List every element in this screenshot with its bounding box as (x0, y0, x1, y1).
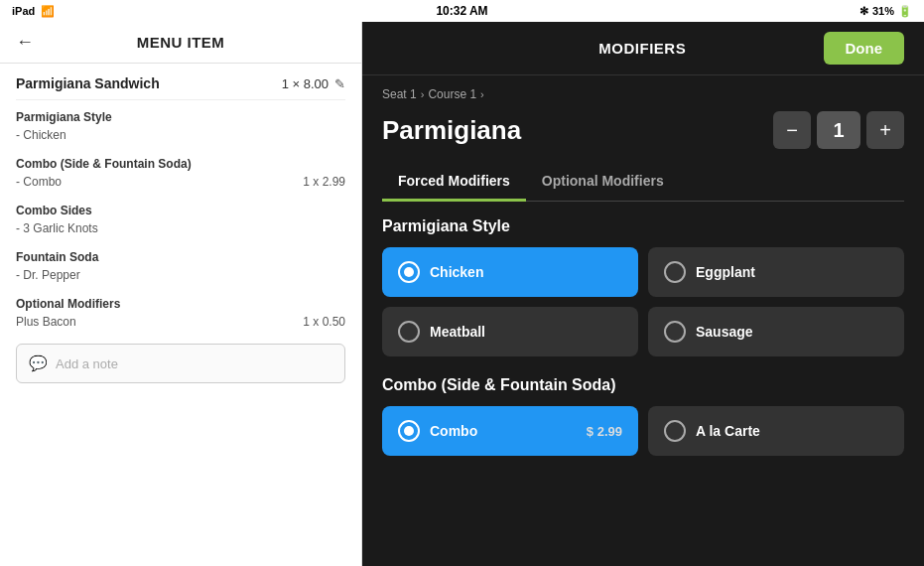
option-eggplant-label: Eggplant (696, 264, 888, 280)
breadcrumb-sep1: › (421, 88, 425, 100)
tab-forced-modifiers[interactable]: Forced Modifiers (382, 165, 526, 202)
modifier-section-title-style: Parmigiana Style (382, 217, 904, 235)
left-panel-header: ← MENU ITEM (0, 22, 361, 64)
order-item-price: 1 × 8.00 ✎ (282, 76, 345, 91)
right-panel: MODIFIERS Done Seat 1 › Course 1 › Parmi… (362, 22, 924, 566)
status-bar: iPad 📶 10:32 AM ✻ 31% 🔋 (0, 0, 924, 22)
note-placeholder: Add a note (56, 356, 118, 371)
modifier-group-label: Combo (Side & Fountain Soda) (16, 157, 345, 171)
modifier-section-combo: Combo (Side & Fountain Soda) Combo $ 2.9… (382, 376, 904, 456)
battery-label: 31% (872, 5, 894, 17)
status-bar-time: 10:32 AM (436, 4, 487, 18)
breadcrumb-seat[interactable]: Seat 1 (382, 87, 417, 101)
option-sausage-label: Sausage (696, 324, 888, 340)
option-alacarte[interactable]: A la Carte (648, 406, 904, 456)
breadcrumb-course[interactable]: Course 1 (428, 87, 476, 101)
edit-icon[interactable]: ✎ (334, 76, 345, 91)
right-panel-header: MODIFIERS Done (362, 22, 924, 75)
modifier-item: - Dr. Pepper (16, 267, 345, 283)
option-meatball[interactable]: Meatball (382, 307, 638, 356)
modifier-group-sides: Combo Sides - 3 Garlic Knots (16, 204, 345, 236)
option-meatball-label: Meatball (430, 324, 622, 340)
modifier-group-label: Fountain Soda (16, 250, 345, 264)
right-panel-content: Seat 1 › Course 1 › Parmigiana − 1 + For… (362, 75, 924, 566)
style-options-grid: Chicken Eggplant Meatball Sausage (382, 247, 904, 356)
left-panel-title: MENU ITEM (137, 34, 225, 51)
item-title: Parmigiana (382, 115, 521, 146)
radio-combo (398, 420, 420, 442)
qty-value: 1 (817, 111, 860, 149)
breadcrumb-sep2: › (480, 88, 484, 100)
modifier-group-label: Parmigiana Style (16, 110, 345, 124)
option-combo-price: $ 2.99 (587, 424, 622, 439)
wifi-icon: 📶 (41, 5, 55, 18)
modifier-section-title-combo: Combo (Side & Fountain Soda) (382, 376, 904, 394)
modifier-section-style: Parmigiana Style Chicken Eggplant Meatba… (382, 217, 904, 356)
device-label: iPad (12, 5, 35, 17)
radio-alacarte (664, 420, 686, 442)
order-item-header: Parmigiana Sandwich 1 × 8.00 ✎ (16, 75, 345, 100)
option-sausage[interactable]: Sausage (648, 307, 904, 356)
order-item-name: Parmigiana Sandwich (16, 75, 160, 91)
modifier-item: - Combo 1 x 2.99 (16, 174, 345, 190)
modifier-item: - Chicken (16, 127, 345, 143)
done-button[interactable]: Done (824, 32, 905, 65)
modifier-group-optional: Optional Modifiers Plus Bacon 1 x 0.50 (16, 297, 345, 330)
qty-increase-button[interactable]: + (866, 111, 904, 149)
modifier-group-combo: Combo (Side & Fountain Soda) - Combo 1 x… (16, 157, 345, 190)
qty-control: − 1 + (773, 111, 904, 149)
modifier-group-soda: Fountain Soda - Dr. Pepper (16, 250, 345, 283)
breadcrumb: Seat 1 › Course 1 › (382, 87, 904, 101)
option-chicken-label: Chicken (430, 264, 622, 280)
left-panel: ← MENU ITEM Parmigiana Sandwich 1 × 8.00… (0, 22, 362, 566)
note-icon: 💬 (29, 354, 48, 372)
back-button[interactable]: ← (16, 32, 34, 53)
radio-sausage (664, 321, 686, 343)
modifier-item: Plus Bacon 1 x 0.50 (16, 314, 345, 330)
bluetooth-icon: ✻ (859, 5, 868, 18)
note-box[interactable]: 💬 Add a note (16, 344, 345, 383)
radio-meatball (398, 321, 420, 343)
status-bar-left: iPad 📶 (12, 5, 55, 18)
battery-icon: 🔋 (898, 5, 912, 18)
modifier-group-label: Optional Modifiers (16, 297, 345, 311)
left-panel-content: Parmigiana Sandwich 1 × 8.00 ✎ Parmigian… (0, 64, 361, 566)
option-chicken[interactable]: Chicken (382, 247, 638, 297)
radio-chicken (398, 261, 420, 283)
modifier-group-label: Combo Sides (16, 204, 345, 217)
tab-optional-modifiers[interactable]: Optional Modifiers (526, 165, 680, 202)
option-combo-label: Combo (430, 423, 577, 439)
main-container: ← MENU ITEM Parmigiana Sandwich 1 × 8.00… (0, 22, 924, 566)
tabs-row: Forced Modifiers Optional Modifiers (382, 165, 904, 202)
option-eggplant[interactable]: Eggplant (648, 247, 904, 297)
modifier-group-style: Parmigiana Style - Chicken (16, 110, 345, 143)
item-row: Parmigiana − 1 + (382, 111, 904, 149)
option-combo[interactable]: Combo $ 2.99 (382, 406, 638, 456)
qty-decrease-button[interactable]: − (773, 111, 811, 149)
combo-options-grid: Combo $ 2.99 A la Carte (382, 406, 904, 456)
modifiers-title: MODIFIERS (462, 40, 824, 57)
modifier-item: - 3 Garlic Knots (16, 220, 345, 236)
radio-eggplant (664, 261, 686, 283)
status-bar-right: ✻ 31% 🔋 (859, 5, 912, 18)
option-alacarte-label: A la Carte (696, 423, 888, 439)
